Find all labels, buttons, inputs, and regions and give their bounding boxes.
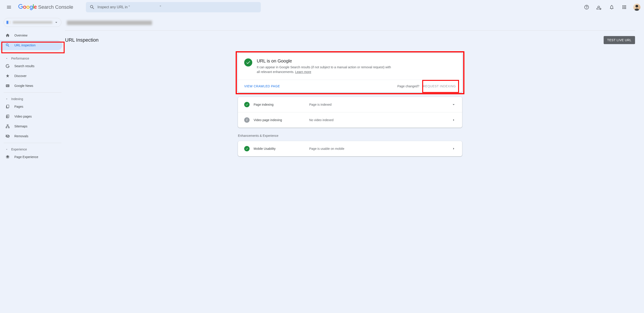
request-indexing-button[interactable]: REQUEST INDEXING <box>423 84 456 88</box>
main-content: URL Inspection TEST LIVE URL URL is on G… <box>65 14 644 313</box>
sidebar-item-page-experience[interactable]: Page Experience <box>0 152 62 162</box>
svg-rect-4 <box>8 85 9 85</box>
pages-icon <box>6 104 10 109</box>
app-header: Search Console <box>0 0 644 14</box>
notifications-button[interactable] <box>606 2 617 12</box>
apps-grid-icon <box>622 4 627 10</box>
page-indexing-row[interactable]: Page indexing Page is indexed <box>238 97 462 112</box>
sitemaps-icon <box>6 124 10 129</box>
sidebar-section-performance[interactable]: Performance <box>0 54 65 61</box>
success-check-icon <box>244 102 250 107</box>
help-button[interactable] <box>581 2 592 12</box>
sidebar-item-removals[interactable]: Removals <box>0 131 62 141</box>
users-gear-icon <box>596 4 602 10</box>
url-blurred <box>67 21 152 25</box>
search-icon <box>90 4 95 10</box>
google-news-label: Google News <box>14 84 33 88</box>
mobile-usability-row[interactable]: Mobile Usability Page is usable on mobil… <box>238 141 462 156</box>
removals-icon <box>6 134 10 138</box>
discover-label: Discover <box>14 74 26 78</box>
overview-label: Overview <box>14 34 27 37</box>
enhancements-card: Mobile Usability Page is usable on mobil… <box>238 141 462 156</box>
sidebar: Overview URL inspection Performance Sear… <box>0 14 65 313</box>
google-g-icon <box>6 64 10 68</box>
svg-rect-12 <box>8 127 9 128</box>
details-card: Page indexing Page is indexed i Video pa… <box>238 97 462 128</box>
chevron-down-icon <box>452 102 456 107</box>
indexing-section-label: Indexing <box>11 97 23 101</box>
svg-rect-1 <box>636 5 638 7</box>
page-changed-label: Page changed? <box>397 84 419 88</box>
sidebar-item-google-news[interactable]: Google News <box>0 81 62 91</box>
video-page-indexing-row[interactable]: i Video page indexing No video indexed <box>238 112 462 128</box>
chevron-down-icon <box>6 98 8 100</box>
discover-icon <box>6 74 10 78</box>
logo-text: Search Console <box>38 4 73 10</box>
page-indexing-value: Page is indexed <box>309 103 452 106</box>
sidebar-item-pages[interactable]: Pages <box>0 102 62 112</box>
svg-rect-8 <box>7 105 9 108</box>
user-avatar[interactable] <box>633 3 640 11</box>
mobile-usability-value: Page is usable on mobile <box>309 147 452 151</box>
hamburger-icon <box>6 4 12 10</box>
url-search-input[interactable] <box>98 5 257 9</box>
learn-more-link[interactable]: Learn more <box>295 70 311 74</box>
video-pages-icon <box>6 114 10 119</box>
status-description: It can appear in Google Search results (… <box>257 65 391 74</box>
sidebar-item-sitemaps[interactable]: Sitemaps <box>0 121 62 131</box>
success-check-icon <box>244 146 250 151</box>
info-icon: i <box>244 117 250 123</box>
url-search-bar[interactable] <box>86 2 261 12</box>
inspected-url <box>65 14 635 30</box>
svg-rect-7 <box>6 86 9 87</box>
news-icon <box>6 84 10 88</box>
mobile-usability-label: Mobile Usability <box>254 147 276 151</box>
sitemaps-label: Sitemaps <box>14 125 27 128</box>
status-card: URL is on Google It can appear in Google… <box>238 53 462 92</box>
logo[interactable]: Search Console <box>18 4 73 10</box>
help-icon <box>584 4 589 10</box>
chevron-right-icon <box>452 118 456 122</box>
search-results-label: Search results <box>14 64 34 68</box>
status-title: URL is on Google <box>257 58 391 64</box>
svg-rect-6 <box>6 86 9 86</box>
property-favicon <box>6 21 11 24</box>
property-name-blurred <box>13 21 52 24</box>
svg-rect-2 <box>6 84 10 87</box>
experience-section-label: Experience <box>11 148 27 151</box>
page-experience-label: Page Experience <box>14 155 38 159</box>
video-indexing-value: No video indexed <box>309 118 452 122</box>
sidebar-item-url-inspection[interactable]: URL inspection <box>0 40 62 50</box>
view-crawled-page-button[interactable]: VIEW CRAWLED PAGE <box>244 84 280 88</box>
url-inspection-label: URL inspection <box>14 43 36 47</box>
home-icon <box>6 33 10 38</box>
test-live-url-button[interactable]: TEST LIVE URL <box>604 36 635 44</box>
sidebar-section-experience[interactable]: Experience <box>0 145 65 152</box>
svg-rect-11 <box>6 127 7 128</box>
svg-rect-5 <box>8 85 9 86</box>
search-icon <box>6 43 10 47</box>
property-selector[interactable] <box>4 18 62 27</box>
chevron-right-icon <box>452 147 456 151</box>
bell-icon <box>609 4 614 10</box>
menu-button[interactable] <box>4 2 14 12</box>
page-experience-icon <box>6 155 10 159</box>
pages-label: Pages <box>14 105 23 108</box>
sidebar-item-video-pages[interactable]: Video pages <box>0 112 62 121</box>
apps-button[interactable] <box>619 2 630 12</box>
page-indexing-label: Page indexing <box>254 103 274 106</box>
sidebar-item-search-results[interactable]: Search results <box>0 61 62 71</box>
enhancements-section-label: Enhancements & Experience <box>238 134 462 138</box>
sidebar-item-discover[interactable]: Discover <box>0 71 62 81</box>
users-settings-button[interactable] <box>594 2 604 12</box>
sidebar-section-indexing[interactable]: Indexing <box>0 95 65 102</box>
video-pages-label: Video pages <box>14 115 32 118</box>
svg-rect-3 <box>6 85 8 86</box>
sidebar-item-overview[interactable]: Overview <box>0 30 62 40</box>
performance-section-label: Performance <box>11 57 29 60</box>
chevron-down-icon <box>6 57 8 60</box>
google-logo-icon <box>18 4 37 10</box>
svg-rect-10 <box>7 125 8 126</box>
page-title: URL Inspection <box>65 37 99 43</box>
removals-label: Removals <box>14 134 28 138</box>
